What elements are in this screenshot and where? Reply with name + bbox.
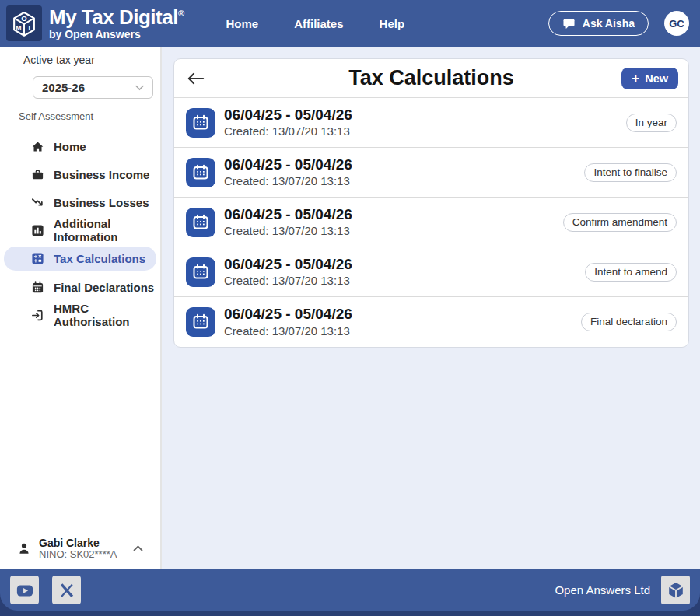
brand-title: My Tax Digital® [49,7,184,27]
person-icon [18,542,30,555]
chevron-up-icon[interactable] [133,545,143,551]
active-tax-year-label: Active tax year [23,54,160,66]
created-timestamp: Created: 13/07/20 13:13 [224,174,352,188]
section-label-self-assessment: Self Assessment [19,110,160,122]
user-account[interactable]: Gabi Clarke NINO: SK02****A [0,537,160,561]
status-badge: Intent to amend [585,263,677,282]
status-badge: In year [626,114,677,132]
calculator-icon [31,252,44,265]
table-row[interactable]: 06/04/25 - 05/04/26 Created: 13/07/20 13… [174,247,688,297]
nav-help[interactable]: Help [380,17,405,30]
table-row[interactable]: 06/04/25 - 05/04/26 Created: 13/07/20 13… [174,198,688,247]
sidebar-item-label: Business Losses [54,196,149,209]
row-text: 06/04/25 - 05/04/26 Created: 13/07/20 13… [224,156,352,189]
page-title: Tax Calculations [174,66,688,90]
table-row[interactable]: 06/04/25 - 05/04/26 Created: 13/07/20 13… [174,148,688,198]
sidebar-item-business-losses[interactable]: Business Losses [0,188,160,216]
youtube-icon[interactable] [10,576,39,604]
footer-inner: Open Answers Ltd [0,569,700,611]
login-icon [31,309,44,322]
sidebar: Active tax year 2025-26 Self Assessment … [0,47,162,569]
tax-year-select[interactable]: 2025-26 [33,76,153,99]
row-text: 06/04/25 - 05/04/26 Created: 13/07/20 13… [224,206,352,239]
svg-text:T: T [27,24,32,32]
created-timestamp: Created: 13/07/20 13:13 [224,124,352,138]
table-row[interactable]: 06/04/25 - 05/04/26 Created: 13/07/20 13… [174,297,688,347]
sidebar-item-hmrc-authorisation[interactable]: HMRC Authorisation [0,301,160,329]
row-text: 06/04/25 - 05/04/26 Created: 13/07/20 13… [224,256,352,289]
new-button-label: New [645,72,668,85]
sidebar-item-final-declarations[interactable]: Final Declarations [0,273,160,301]
calendar-icon [186,208,215,237]
calendar-icon [186,108,215,138]
tax-calculations-card: Tax Calculations + New 06/04/25 - 05 [173,58,689,348]
back-button[interactable] [184,70,207,87]
plus-icon: + [632,72,639,85]
brand-text: My Tax Digital® by Open Answers [49,7,184,40]
trend-down-icon [31,196,44,209]
user-nino: NINO: SK02****A [39,549,117,561]
briefcase-icon [31,168,44,181]
created-timestamp: Created: 13/07/20 13:13 [224,274,352,288]
nav-affiliates[interactable]: Affiliates [294,17,343,30]
table-row[interactable]: 06/04/25 - 05/04/26 Created: 13/07/20 13… [174,98,688,148]
bar-chart-icon [31,224,44,237]
body-row: Active tax year 2025-26 Self Assessment … [0,47,700,569]
chevron-down-icon [135,85,144,91]
row-text: 06/04/25 - 05/04/26 Created: 13/07/20 13… [224,107,352,139]
header-right: Ask Aisha GC [548,11,689,36]
sidebar-item-business-income[interactable]: Business Income [0,160,160,188]
home-icon [31,140,44,153]
row-text: 06/04/25 - 05/04/26 Created: 13/07/20 13… [224,306,352,338]
brand-subtitle: by Open Answers [49,29,184,40]
tax-period: 06/04/25 - 05/04/26 [224,206,352,224]
tax-period: 06/04/25 - 05/04/26 [224,156,352,174]
cube-icon [665,579,687,601]
created-timestamp: Created: 13/07/20 13:13 [224,324,352,338]
my-tax-digital-logo-icon[interactable]: O M T [6,5,42,41]
avatar[interactable]: GC [664,11,689,36]
footer: Open Answers Ltd [0,569,700,616]
status-badge: Intent to finalise [584,163,677,182]
sidebar-item-label: HMRC Authorisation [54,302,160,328]
footer-right: Open Answers Ltd [555,576,690,604]
calendar-icon [186,158,215,187]
registered-mark: ® [178,9,184,18]
sidebar-item-label: Final Declarations [54,281,154,294]
ask-aisha-label: Ask Aisha [583,17,635,30]
sidebar-item-label: Tax Calculations [54,252,145,265]
tax-period: 06/04/25 - 05/04/26 [224,306,352,324]
sidebar-item-additional-information[interactable]: Additional Information [0,216,160,244]
brand-title-text: My Tax Digital [49,5,178,29]
user-text: Gabi Clarke NINO: SK02****A [39,537,117,561]
sidebar-menu: Home Business Income Bus [0,132,160,329]
sidebar-item-label: Additional Information [54,217,160,243]
open-answers-logo[interactable] [661,576,690,604]
tax-year-value: 2025-26 [42,81,85,94]
nav-home[interactable]: Home [226,17,259,30]
calendar-icon [186,307,215,337]
sidebar-item-label: Home [54,140,86,153]
header-nav: Home Affiliates Help [226,17,405,30]
ask-aisha-button[interactable]: Ask Aisha [548,11,649,36]
calendar-icon [186,257,215,287]
new-button[interactable]: + New [621,68,678,89]
arrow-left-icon [186,72,205,86]
created-timestamp: Created: 13/07/20 13:13 [224,224,352,238]
tax-period: 06/04/25 - 05/04/26 [224,256,352,274]
sidebar-item-label: Business Income [54,168,149,181]
cube-logo-icon: O M T [8,7,40,40]
company-name: Open Answers Ltd [555,583,650,597]
status-badge: Final declaration [581,313,677,331]
svg-text:M: M [16,24,21,32]
x-icon[interactable] [52,576,81,604]
chat-bubble-icon [562,18,576,30]
top-header: O M T My Tax Digital® by Open Answers Ho… [0,0,700,47]
sidebar-item-tax-calculations[interactable]: Tax Calculations [4,247,156,271]
status-badge: Confirm amendment [563,213,677,232]
main-content: Tax Calculations + New 06/04/25 - 05 [162,47,700,569]
calendar-icon [31,281,44,294]
tax-period: 06/04/25 - 05/04/26 [224,107,352,124]
sidebar-item-home[interactable]: Home [0,132,160,160]
card-header: Tax Calculations + New [174,59,688,98]
